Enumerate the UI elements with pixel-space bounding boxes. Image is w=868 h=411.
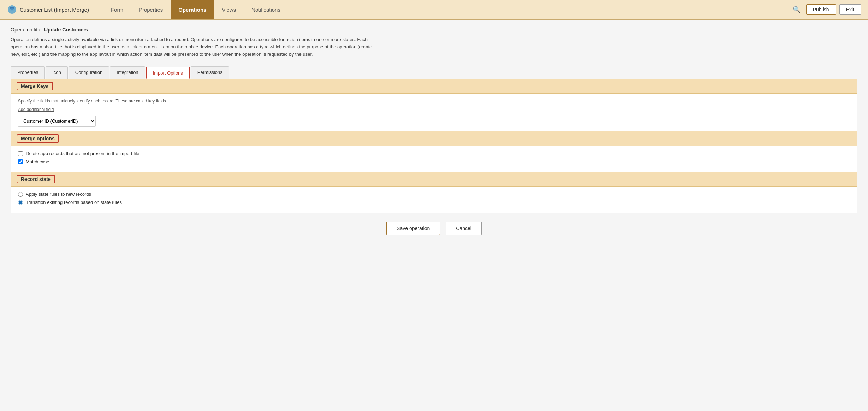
app-icon xyxy=(7,5,17,14)
tab-panel: Merge Keys Specify the fields that uniqu… xyxy=(11,79,857,213)
app-title: Customer List (Import Merge) xyxy=(20,7,89,13)
search-button[interactable]: 🔍 xyxy=(791,4,803,16)
merge-options-body: Delete app records that are not present … xyxy=(11,146,857,172)
exit-button[interactable]: Exit xyxy=(839,4,861,15)
add-additional-field-link[interactable]: Add additional field xyxy=(18,107,54,112)
operation-title-row: Operation title: Update Customers xyxy=(11,27,857,33)
key-field-select[interactable]: Customer ID (CustomerID) xyxy=(18,116,96,127)
save-operation-button[interactable]: Save operation xyxy=(386,222,440,235)
svg-point-2 xyxy=(9,8,15,11)
delete-records-label: Delete app records that are not present … xyxy=(26,151,139,156)
apply-state-rules-radio[interactable] xyxy=(18,192,23,197)
header: Customer List (Import Merge) Form Proper… xyxy=(0,0,868,20)
nav-form[interactable]: Form xyxy=(103,0,131,19)
merge-options-label: Merge options xyxy=(17,134,59,143)
nav-properties[interactable]: Properties xyxy=(131,0,171,19)
record-state-body: Apply state rules to new records Transit… xyxy=(11,187,857,213)
transition-existing-label: Transition existing records based on sta… xyxy=(26,200,122,205)
tab-permissions[interactable]: Permissions xyxy=(191,66,229,79)
merge-keys-header: Merge Keys xyxy=(11,79,857,94)
apply-state-rules-row: Apply state rules to new records xyxy=(18,192,850,197)
nav-notifications[interactable]: Notifications xyxy=(244,0,288,19)
tab-icon[interactable]: Icon xyxy=(46,66,68,79)
footer: Save operation Cancel xyxy=(11,213,857,243)
tab-configuration[interactable]: Configuration xyxy=(69,66,109,79)
transition-existing-radio[interactable] xyxy=(18,200,23,205)
operation-description: Operation defines a single activity avai… xyxy=(11,36,381,58)
delete-records-row: Delete app records that are not present … xyxy=(18,151,850,156)
merge-keys-label: Merge Keys xyxy=(17,82,53,90)
cancel-button[interactable]: Cancel xyxy=(446,222,482,235)
main-content: Operation title: Update Customers Operat… xyxy=(0,20,868,411)
record-state-label: Record state xyxy=(17,175,55,183)
app-logo: Customer List (Import Merge) xyxy=(7,5,89,14)
match-case-label: Match case xyxy=(26,159,49,164)
delete-records-checkbox[interactable] xyxy=(18,151,23,156)
tab-integration[interactable]: Integration xyxy=(110,66,145,79)
nav-operations[interactable]: Operations xyxy=(171,0,214,19)
main-nav: Form Properties Operations Views Notific… xyxy=(103,0,791,19)
merge-options-header: Merge options xyxy=(11,131,857,146)
transition-existing-row: Transition existing records based on sta… xyxy=(18,200,850,205)
key-field-select-wrapper: Customer ID (CustomerID) xyxy=(18,116,850,127)
operation-title-prefix: Operation title: xyxy=(11,27,44,33)
tab-bar: Properties Icon Configuration Integratio… xyxy=(11,66,857,79)
tab-properties[interactable]: Properties xyxy=(11,66,45,79)
record-state-header: Record state xyxy=(11,172,857,187)
merge-keys-desc: Specify the fields that uniquely identif… xyxy=(18,99,850,104)
nav-views[interactable]: Views xyxy=(214,0,244,19)
tab-import-options[interactable]: Import Options xyxy=(146,67,190,79)
match-case-checkbox[interactable] xyxy=(18,159,23,164)
header-actions: 🔍 Publish Exit xyxy=(791,4,861,16)
publish-button[interactable]: Publish xyxy=(806,4,836,15)
merge-keys-body: Specify the fields that uniquely identif… xyxy=(11,94,857,131)
match-case-row: Match case xyxy=(18,159,850,164)
operation-title-value: Update Customers xyxy=(44,27,88,33)
apply-state-rules-label: Apply state rules to new records xyxy=(26,192,91,197)
